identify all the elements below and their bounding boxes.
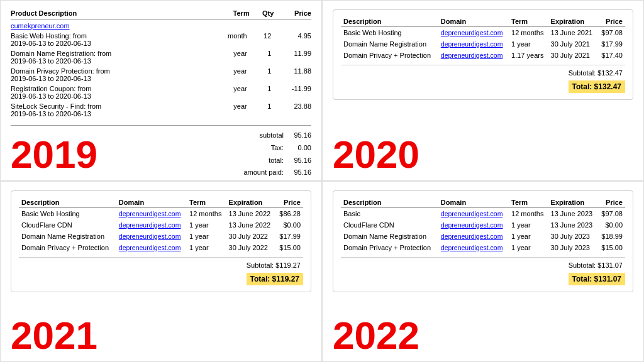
row-price: $15.00 xyxy=(597,242,625,253)
row-price: $0.00 xyxy=(597,219,625,231)
table-row: SiteLock Security - Find: from2019-06-13… xyxy=(11,101,311,119)
main-grid: Product Description Term Qty Price cumek… xyxy=(0,0,644,362)
subtotal-label: subtotal xyxy=(227,129,284,142)
domain-link[interactable]: depreneurdigest.com xyxy=(119,221,181,229)
domain-link[interactable]: depreneurdigest.com xyxy=(441,40,503,48)
row-expiration: 30 July 2021 xyxy=(548,50,598,61)
table-row: Basic depreneurdigest.com 12 months 13 J… xyxy=(341,208,625,220)
table-row: Basic Web Hosting depreneurdigest.com 12… xyxy=(19,208,303,220)
row-price: 23.88 xyxy=(274,101,311,119)
row-term: 1 year xyxy=(509,242,548,253)
row-price: $17.99 xyxy=(275,231,303,242)
total-label: total: xyxy=(227,155,284,167)
quadrant-2021: Description Domain Term Expiration Price… xyxy=(0,181,322,362)
row-domain: depreneurdigest.com xyxy=(438,242,509,253)
table-row: CloudFlare CDN depreneurdigest.com 1 yea… xyxy=(341,219,625,231)
col-term: Term xyxy=(509,16,548,27)
domain-link[interactable]: depreneurdigest.com xyxy=(441,221,503,229)
col-price: Price xyxy=(275,197,303,208)
row-term: 1 year xyxy=(187,231,226,242)
col-desc: Description xyxy=(19,197,116,208)
year-2021: 2021 xyxy=(11,316,97,355)
table-row: Registration Coupon: from2019-06-13 to 2… xyxy=(11,84,311,101)
row-price: $15.00 xyxy=(275,242,303,253)
col-domain: Domain xyxy=(438,197,509,208)
row-desc: Basic xyxy=(341,208,438,220)
row-domain: depreneurdigest.com xyxy=(438,208,509,220)
col-expiration: Expiration xyxy=(226,197,276,208)
row-term: 12 months xyxy=(187,208,226,220)
row-price: $86.28 xyxy=(275,208,303,220)
total-wrap-2022: Total: $131.07 xyxy=(341,272,625,285)
row-expiration: 13 June 2023 xyxy=(548,219,598,231)
row-qty: 1 xyxy=(250,66,274,84)
total-value: 95.16 xyxy=(284,155,311,167)
row-price: $0.00 xyxy=(275,219,303,231)
row-expiration: 30 July 2023 xyxy=(548,242,598,253)
row-expiration: 30 July 2022 xyxy=(226,231,276,242)
row-desc: Domain Privacy + Protection xyxy=(341,50,438,61)
domain-link-2019[interactable]: cumekpreneur.com xyxy=(11,22,70,30)
table-row: Domain Privacy + Protection depreneurdig… xyxy=(341,242,625,253)
domain-link-row: cumekpreneur.com xyxy=(11,20,311,31)
row-expiration: 30 July 2021 xyxy=(548,38,598,50)
invoice-table-2022: Description Domain Term Expiration Price… xyxy=(341,197,625,253)
total-2020: Total: $132.47 xyxy=(569,80,625,93)
row-desc: Domain Privacy + Protection xyxy=(19,242,116,253)
year-2022: 2022 xyxy=(333,316,419,355)
domain-link[interactable]: depreneurdigest.com xyxy=(441,210,503,217)
invoice-2022: Description Domain Term Expiration Price… xyxy=(333,190,633,292)
row-qty: 1 xyxy=(250,101,274,119)
table-row: Domain Privacy + Protection depreneurdig… xyxy=(341,50,625,61)
col-term: Term xyxy=(187,197,226,208)
domain-link[interactable]: depreneurdigest.com xyxy=(119,210,181,217)
row-domain: depreneurdigest.com xyxy=(438,38,509,50)
domain-link[interactable]: depreneurdigest.com xyxy=(441,52,503,59)
row-desc: Domain Name Registration: from2019-06-13… xyxy=(11,48,203,66)
row-term: 1 year xyxy=(509,231,548,242)
domain-link[interactable]: depreneurdigest.com xyxy=(441,233,503,240)
total-2021: Total: $119.27 xyxy=(247,273,303,285)
total-2022: Total: $131.07 xyxy=(569,273,625,285)
row-term: 12 months xyxy=(509,27,548,39)
total-wrap-2020: Total: $132.47 xyxy=(341,79,625,93)
col-expiration: Expiration xyxy=(548,16,598,27)
invoice-2021: Description Domain Term Expiration Price… xyxy=(11,190,311,292)
row-desc: Domain Name Registration xyxy=(341,38,438,50)
row-price: 4.95 xyxy=(274,31,311,48)
table-row: Domain Name Registration depreneurdigest… xyxy=(341,38,625,50)
row-expiration: 13 June 2021 xyxy=(548,27,598,39)
year-2019: 2019 xyxy=(11,135,97,174)
table-row: Domain Privacy + Protection depreneurdig… xyxy=(19,242,303,253)
row-term: 1 year xyxy=(187,242,226,253)
domain-link[interactable]: depreneurdigest.com xyxy=(119,233,181,240)
domain-link[interactable]: depreneurdigest.com xyxy=(119,244,181,251)
col-term: Term xyxy=(509,197,548,208)
invoice-2020: Description Domain Term Expiration Price… xyxy=(333,9,633,100)
row-price: 11.99 xyxy=(274,48,311,66)
row-desc: Basic Web Hosting xyxy=(341,27,438,39)
col-domain: Domain xyxy=(438,16,509,27)
total-wrap-2021: Total: $119.27 xyxy=(19,272,303,285)
year-2020: 2020 xyxy=(333,135,419,174)
row-desc: Domain Privacy + Protection xyxy=(341,242,438,253)
table-row: CloudFlare CDN depreneurdigest.com 1 yea… xyxy=(19,219,303,231)
row-domain: depreneurdigest.com xyxy=(438,219,509,231)
row-domain: depreneurdigest.com xyxy=(116,208,187,220)
row-qty: 1 xyxy=(250,48,274,66)
row-desc: Domain Privacy Protection: from2019-06-1… xyxy=(11,66,203,84)
row-domain: depreneurdigest.com xyxy=(116,242,187,253)
amount-paid-label: amount paid: xyxy=(227,167,284,179)
row-term: year xyxy=(203,101,250,119)
row-domain: depreneurdigest.com xyxy=(438,27,509,39)
row-term: month xyxy=(203,31,250,48)
domain-link[interactable]: depreneurdigest.com xyxy=(441,29,503,36)
subtotal-2020: Subtotal: $132.47 xyxy=(341,69,625,77)
domain-link[interactable]: depreneurdigest.com xyxy=(441,244,503,251)
subtotal-value: 95.16 xyxy=(284,129,311,142)
row-qty: 1 xyxy=(250,84,274,101)
invoice-table-2020: Description Domain Term Expiration Price… xyxy=(341,16,625,61)
row-desc: Domain Name Registration xyxy=(341,231,438,242)
invoice-table-2021: Description Domain Term Expiration Price… xyxy=(19,197,303,253)
row-domain: depreneurdigest.com xyxy=(116,219,187,231)
